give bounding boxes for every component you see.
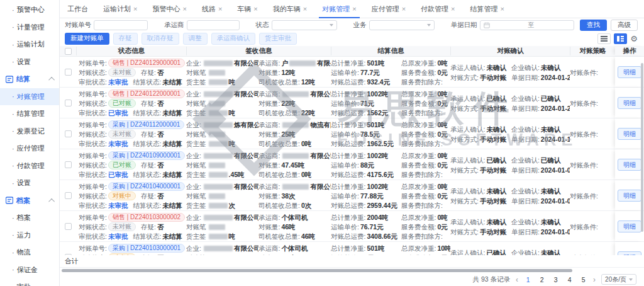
tab[interactable]: 车辆 × — [237, 0, 257, 18]
tab[interactable]: 运输计划 × — [103, 0, 137, 18]
status-info-cell: 对账单号:销售 | DZ240122000001 对账状态:已对账存疑:否 审批… — [76, 88, 186, 118]
detail-view-button[interactable] — [614, 33, 627, 44]
status-select[interactable] — [272, 20, 337, 30]
sidebar-section[interactable]: 档案 — [0, 192, 59, 210]
tab-close-icon[interactable]: × — [402, 6, 406, 13]
driver-sign-qty-value: 46吨 — [301, 232, 315, 240]
sidebar-item[interactable]: · 运输计划 — [0, 36, 59, 54]
header-status-info: 状态信息 — [76, 47, 186, 55]
tab[interactable]: 我的车辆 × — [273, 0, 307, 18]
recon-count-value — [208, 130, 226, 138]
sidebar-item[interactable]: · 保证金 — [0, 261, 59, 279]
sidebar-item[interactable]: · 计量管理 — [0, 19, 59, 37]
doubt-value: 否 — [157, 100, 164, 107]
sidebar-section[interactable]: 结算 — [0, 71, 59, 88]
search-button[interactable]: 查找 — [580, 20, 607, 31]
detail-button[interactable]: 明细 — [618, 190, 641, 202]
gear-icon[interactable]: ⚙ — [630, 35, 638, 43]
horizontal-scrollbar[interactable] — [62, 269, 572, 272]
vertical-scrollbar[interactable] — [641, 63, 643, 232]
page-number[interactable]: 2 — [538, 276, 546, 283]
sidebar-item[interactable]: · 物流 — [0, 244, 59, 261]
cancel-doubt-button[interactable]: 取消存疑 — [142, 33, 179, 45]
sidebar-item-label: 设置 — [17, 57, 31, 67]
sidebar-item-label: 付款管理 — [17, 161, 45, 171]
page-size-select[interactable]: 20条/页 — [601, 274, 636, 285]
sidebar-item[interactable]: · 设置 — [0, 54, 59, 71]
tab-close-icon[interactable]: × — [218, 6, 222, 13]
settle-info-cell: 总计量净重:501吨 运输单价:77.7元 对账总运费:932.4元 总原发净重… — [331, 57, 450, 87]
recon-strategy-cell: 对账条件: — [570, 211, 615, 241]
carrier-confirm-button[interactable]: 承运商确认 — [211, 33, 256, 45]
tab-close-icon[interactable]: × — [501, 6, 504, 13]
recon-strategy-cell: 对账条件: — [570, 88, 615, 118]
owner-approve-button[interactable]: 货主审批 — [259, 33, 297, 45]
doubt-button[interactable]: 存疑 — [113, 33, 138, 45]
detail-button[interactable]: 明细 — [618, 159, 641, 171]
order-no-input[interactable] — [94, 20, 148, 30]
sidebar-item[interactable]: · 运力 — [0, 227, 59, 244]
detail-button[interactable]: 明细 — [618, 128, 641, 140]
row-checkbox[interactable] — [60, 88, 76, 118]
sidebar-item[interactable]: · 应付管理 — [0, 140, 59, 157]
carrier-value: 物流有限公司 — [281, 121, 331, 129]
doc-date-value: 2024-01-29 — [541, 74, 570, 81]
tab[interactable]: 线路 × — [202, 0, 222, 18]
row-checkbox[interactable] — [60, 57, 76, 87]
tab-close-icon[interactable]: × — [352, 6, 356, 13]
chevron-up-icon[interactable] — [48, 77, 55, 83]
adjust-button[interactable]: 调整 — [183, 33, 208, 45]
sidebar-item[interactable]: · 设置 — [0, 174, 59, 192]
detail-button[interactable]: 明细 — [618, 97, 641, 109]
sidebar-item[interactable]: · 付款管理 — [0, 157, 59, 175]
carrier-input[interactable] — [187, 20, 240, 30]
sidebar-item[interactable]: · 档案 — [0, 209, 59, 227]
new-recon-button[interactable]: 新建对账单 — [65, 33, 109, 45]
tab[interactable]: 应付管理 × — [372, 0, 406, 18]
sidebar-item[interactable]: · 发票登记 — [0, 123, 59, 140]
tab-close-icon[interactable]: × — [133, 6, 137, 13]
page-number[interactable]: 5 — [579, 276, 587, 283]
tab-close-icon[interactable]: × — [451, 6, 455, 13]
detail-button[interactable]: 明细 — [618, 66, 641, 78]
sidebar-item[interactable]: · 预警中心 — [0, 1, 59, 19]
row-checkbox[interactable] — [60, 149, 76, 180]
tab-close-icon[interactable]: × — [253, 6, 257, 13]
detail-button[interactable]: 明细 — [618, 220, 641, 232]
carrier-confirm-value: 未确认 — [486, 187, 506, 195]
tab-close-icon[interactable]: × — [182, 6, 186, 13]
business-select[interactable] — [369, 20, 435, 30]
row-checkbox[interactable] — [60, 118, 76, 149]
tab[interactable]: 结算管理 × — [470, 0, 504, 18]
sidebar-item[interactable]: · 审批 — [0, 278, 59, 286]
tab-close-icon[interactable]: × — [303, 6, 307, 13]
sidebar-item[interactable]: · 对账管理 — [0, 88, 59, 106]
tab[interactable]: 对账管理 × — [322, 0, 356, 18]
list-view-icon — [601, 36, 608, 42]
next-page-icon[interactable]: › — [593, 276, 596, 283]
settle-info-cell: 总计量净重:2004吨 运输单价:76.71元 对账总运费:3408.66元 总… — [331, 211, 450, 241]
unit-price-value: 88元 — [360, 161, 374, 169]
row-checkbox[interactable] — [60, 180, 76, 210]
list-view-button[interactable] — [597, 33, 611, 44]
table-row: 对账单号:采购 | DZ240112000001 对账状态:未对账存疑:否 审批… — [60, 118, 644, 149]
orig-net-value: 0吨 — [437, 183, 447, 190]
tab[interactable]: 工作台 — [67, 0, 88, 18]
prev-page-icon[interactable]: ‹ — [516, 276, 518, 283]
page-number[interactable]: 1 — [524, 276, 532, 283]
page-number[interactable]: 4 — [565, 276, 574, 283]
settle-status-value: 未结算 — [162, 232, 182, 240]
advanced-button[interactable]: 高级 — [611, 20, 638, 31]
row-checkbox[interactable] — [60, 242, 76, 255]
sidebar-item[interactable]: · 结算管理 — [0, 105, 59, 123]
select-all-checkbox[interactable] — [60, 48, 76, 55]
page-numbers: 12345 — [524, 276, 587, 283]
date-range-picker[interactable]: 至 — [480, 20, 574, 30]
doubt-value: 否 — [157, 161, 164, 169]
chevron-up-icon[interactable] — [48, 198, 55, 205]
row-checkbox[interactable] — [60, 211, 76, 241]
tab[interactable]: 付款管理 × — [421, 0, 455, 18]
tab[interactable]: 预警中心 × — [152, 0, 186, 18]
company-value: 有限公司 — [203, 59, 258, 67]
page-number[interactable]: 3 — [552, 276, 560, 283]
